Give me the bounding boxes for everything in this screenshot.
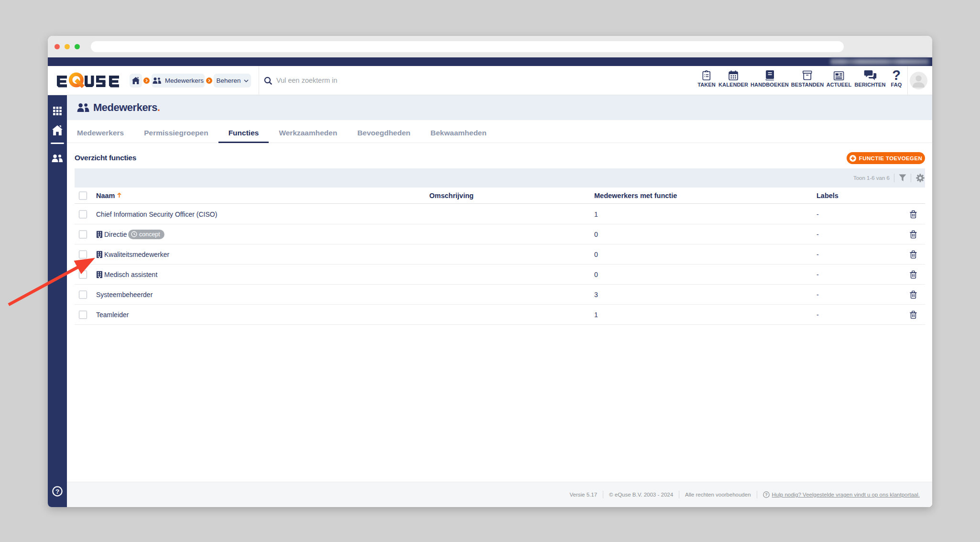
svg-text:?: ?	[765, 492, 768, 497]
svg-text:?: ?	[55, 488, 59, 495]
